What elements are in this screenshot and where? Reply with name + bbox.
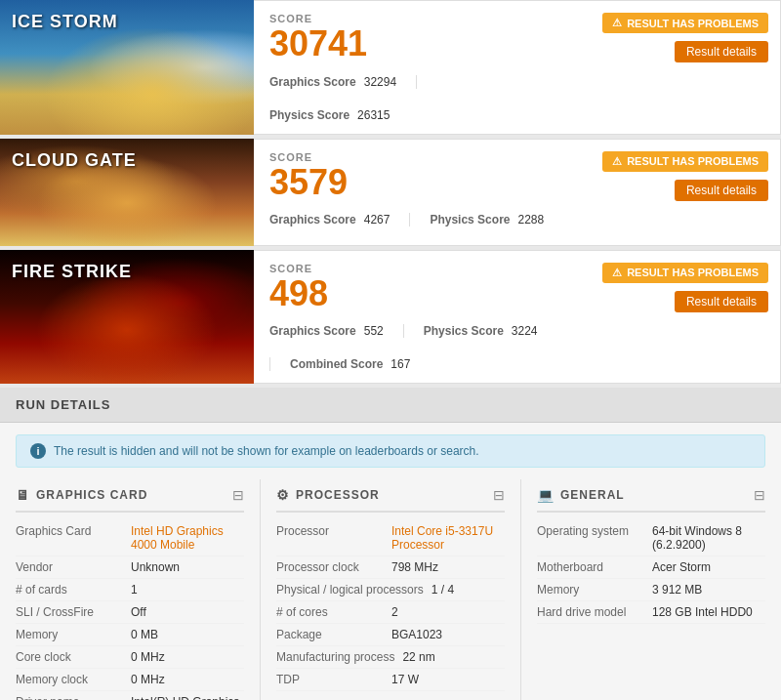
details-grid: 🖥 GRAPHICS CARD ⊟ Graphics CardIntel HD … xyxy=(0,479,781,700)
ice-storm-graphics-value: 32294 xyxy=(364,75,396,89)
ice-storm-actions: ⚠ RESULT HAS PROBLEMSResult details xyxy=(566,0,781,135)
warning-icon: ⚠ xyxy=(612,17,622,29)
ice-storm-divider1 xyxy=(416,75,417,89)
processor-expand[interactable]: ⊟ xyxy=(493,487,505,503)
detail-row: Graphics CardIntel HD Graphics 4000 Mobi… xyxy=(16,520,244,556)
ice-storm-graphics-label: Graphics Score xyxy=(269,75,356,89)
ice-storm-physics-value: 26315 xyxy=(357,108,390,122)
fire-strike-physics-value: 3224 xyxy=(512,324,538,338)
processor-title: ⚙ PROCESSOR xyxy=(276,487,380,503)
cloud-gate-content: SCORE3579Graphics Score4267Physics Score… xyxy=(254,139,566,246)
cloud-gate-physics-value: 2288 xyxy=(517,213,544,226)
fire-strike-score-details: Graphics Score552Physics Score3224Combin… xyxy=(269,324,551,371)
general-title: 💻 GENERAL xyxy=(537,487,625,503)
processor-icon: ⚙ xyxy=(276,487,290,503)
detail-key: Vendor xyxy=(16,560,123,574)
ice-storm-title: ICE STORM xyxy=(12,12,118,32)
hidden-notice: i The result is hidden and will not be s… xyxy=(16,434,765,468)
detail-key: TDP xyxy=(276,673,384,686)
detail-row: SLI / CrossFireOff xyxy=(16,601,244,624)
benchmark-cloud-gate: CLOUD GATESCORE3579Graphics Score4267Phy… xyxy=(0,139,781,246)
fire-strike-physics-item: Physics Score3224 xyxy=(424,324,538,338)
graphics-card-rows: Graphics CardIntel HD Graphics 4000 Mobi… xyxy=(16,520,244,700)
cloud-gate-graphics-label: Graphics Score xyxy=(269,213,356,226)
detail-key: Memory xyxy=(16,628,123,641)
cloud-gate-physics-label: Physics Score xyxy=(430,213,510,226)
detail-value: 17 W xyxy=(391,673,419,686)
cloud-gate-graphics-item: Graphics Score4267 xyxy=(269,213,390,226)
detail-row: MotherboardAcer Storm xyxy=(537,556,765,579)
fire-strike-score-value: 498 xyxy=(269,274,551,313)
general-header: 💻 GENERAL ⊟ xyxy=(537,479,765,513)
detail-value: 1 xyxy=(131,583,138,597)
cloud-gate-actions: ⚠ RESULT HAS PROBLEMSResult details xyxy=(566,139,781,246)
fire-strike-combined-value: 167 xyxy=(390,357,410,371)
ice-storm-result-details-btn[interactable]: Result details xyxy=(675,41,768,62)
ice-storm-problems-badge: ⚠ RESULT HAS PROBLEMS xyxy=(602,13,768,33)
detail-key: # of cards xyxy=(16,583,123,597)
detail-row: # of cards1 xyxy=(16,579,244,601)
ice-storm-image: ICE STORM xyxy=(0,0,254,135)
fire-strike-physics-label: Physics Score xyxy=(424,324,504,338)
detail-row: PackageBGA1023 xyxy=(276,624,505,646)
cloud-gate-graphics-value: 4267 xyxy=(364,213,390,226)
detail-row: Processor clock798 MHz xyxy=(276,556,505,579)
detail-row: Core clock0 MHz xyxy=(16,646,244,669)
benchmark-fire-strike: FIRE STRIKESCORE498Graphics Score552Phys… xyxy=(0,250,781,385)
ice-storm-score-details: Graphics Score32294Physics Score26315 xyxy=(269,75,551,122)
fire-strike-divider2 xyxy=(269,357,270,371)
detail-value: 0 MHz xyxy=(131,650,165,664)
detail-value: BGA1023 xyxy=(391,628,442,641)
detail-value[interactable]: Intel HD Graphics 4000 Mobile xyxy=(131,524,244,552)
detail-key: Manufacturing process xyxy=(276,650,394,664)
warning-icon: ⚠ xyxy=(612,155,622,168)
detail-row: Memory clock0 MHz xyxy=(16,669,244,691)
notice-text: The result is hidden and will not be sho… xyxy=(54,444,479,458)
fire-strike-result-details-btn[interactable]: Result details xyxy=(675,291,768,312)
general-rows: Operating system64-bit Windows 8 (6.2.92… xyxy=(537,520,765,624)
detail-key: Memory clock xyxy=(16,673,123,686)
graphics-card-icon: 🖥 xyxy=(16,487,30,503)
fire-strike-content: SCORE498Graphics Score552Physics Score32… xyxy=(254,250,566,385)
detail-value: 22 nm xyxy=(402,650,434,664)
detail-key: Physical / logical processors xyxy=(276,583,424,597)
graphics-card-expand[interactable]: ⊟ xyxy=(232,487,244,503)
detail-row: VendorUnknown xyxy=(16,556,244,579)
run-details-section: RUN DETAILS i The result is hidden and w… xyxy=(0,388,781,700)
detail-value: 1 / 4 xyxy=(432,583,454,597)
detail-key: SLI / CrossFire xyxy=(16,605,123,619)
detail-value: Intel(R) HD Graphics 4000 xyxy=(131,695,244,700)
detail-value: 798 MHz xyxy=(391,560,438,574)
detail-key: Package xyxy=(276,628,384,641)
detail-row: Memory0 MB xyxy=(16,624,244,646)
detail-value: 64-bit Windows 8 (6.2.9200) xyxy=(652,524,765,552)
cloud-gate-title: CLOUD GATE xyxy=(12,150,137,171)
detail-key: Graphics Card xyxy=(16,524,123,538)
detail-key: Operating system xyxy=(537,524,644,538)
benchmark-ice-storm: ICE STORMSCORE30741Graphics Score32294Ph… xyxy=(0,0,781,135)
detail-value[interactable]: Intel Core i5-3317U Processor xyxy=(391,524,505,552)
detail-row: Driver nameIntel(R) HD Graphics 4000 xyxy=(16,691,244,700)
cloud-gate-problems-badge: ⚠ RESULT HAS PROBLEMS xyxy=(602,151,768,172)
cloud-gate-result-details-btn[interactable]: Result details xyxy=(675,180,768,201)
fire-strike-graphics-item: Graphics Score552 xyxy=(269,324,384,338)
detail-key: Core clock xyxy=(16,650,123,664)
graphics-card-col: 🖥 GRAPHICS CARD ⊟ Graphics CardIntel HD … xyxy=(16,479,244,700)
detail-row: TDP17 W xyxy=(276,669,505,691)
info-icon: i xyxy=(30,443,46,459)
processor-header: ⚙ PROCESSOR ⊟ xyxy=(276,479,505,513)
fire-strike-actions: ⚠ RESULT HAS PROBLEMSResult details xyxy=(566,250,781,385)
run-details-header: RUN DETAILS xyxy=(0,388,781,423)
detail-key: Processor xyxy=(276,524,384,538)
detail-key: Driver name xyxy=(16,695,123,700)
fire-strike-graphics-label: Graphics Score xyxy=(269,324,356,338)
detail-key: # of cores xyxy=(276,605,384,619)
general-icon: 💻 xyxy=(537,487,555,503)
fire-strike-graphics-value: 552 xyxy=(364,324,384,338)
general-expand[interactable]: ⊟ xyxy=(754,487,765,503)
detail-row: Operating system64-bit Windows 8 (6.2.92… xyxy=(537,520,765,556)
ice-storm-physics-label: Physics Score xyxy=(269,108,349,122)
detail-key: Hard drive model xyxy=(537,605,644,619)
run-details-title: RUN DETAILS xyxy=(16,397,110,412)
ice-storm-content: SCORE30741Graphics Score32294Physics Sco… xyxy=(254,0,566,135)
